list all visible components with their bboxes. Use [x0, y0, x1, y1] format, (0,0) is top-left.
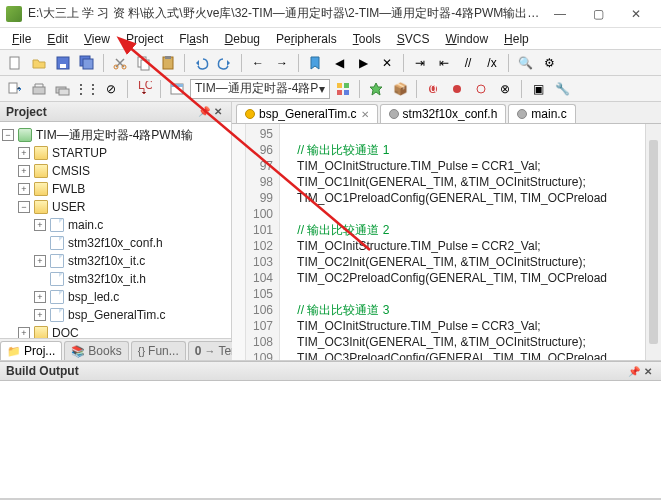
- source-text[interactable]: // 输出比较通道 1 TIM_OCInitStructure.TIM_Puls…: [280, 124, 645, 360]
- tree-file-main[interactable]: +main.c: [2, 216, 229, 234]
- menu-peripherals[interactable]: Peripherals: [268, 30, 345, 48]
- batch-build-button[interactable]: ⋮⋮: [76, 79, 98, 99]
- find-button[interactable]: 🔍: [514, 53, 536, 73]
- tab-books[interactable]: 📚 Books: [64, 341, 128, 360]
- config-button[interactable]: ⚙: [538, 53, 560, 73]
- project-bottom-tabs: 📁 Proj... 📚 Books {} Fun... 0→ Tem...: [0, 338, 231, 360]
- menu-flash[interactable]: Flash: [171, 30, 216, 48]
- project-tree[interactable]: −TIM—通用定时器-4路PWM输 +STARTUP +CMSIS +FWLB …: [0, 122, 231, 338]
- outdent-button[interactable]: ⇤: [433, 53, 455, 73]
- close-icon[interactable]: ✕: [211, 105, 225, 119]
- code-editor[interactable]: 9596979899100101102103104105106107108109…: [232, 124, 661, 360]
- menu-edit[interactable]: Edit: [39, 30, 76, 48]
- tab-functions[interactable]: {} Fun...: [131, 341, 186, 360]
- redo-button[interactable]: [214, 53, 236, 73]
- target-options-button[interactable]: [166, 79, 188, 99]
- main-area: Project 📌 ✕ −TIM—通用定时器-4路PWM输 +STARTUP +…: [0, 102, 661, 360]
- bookmark-prev-button[interactable]: ◀: [328, 53, 350, 73]
- minimize-button[interactable]: —: [541, 2, 579, 26]
- open-button[interactable]: [28, 53, 50, 73]
- svg-point-25: [477, 85, 485, 93]
- editor-tabs: bsp_GeneralTim.c✕ stm32f10x_conf.h main.…: [232, 102, 661, 124]
- nav-back-button[interactable]: ←: [247, 53, 269, 73]
- breakpoint-button[interactable]: [446, 79, 468, 99]
- bookmark-next-button[interactable]: ▶: [352, 53, 374, 73]
- save-button[interactable]: [52, 53, 74, 73]
- uncomment-button[interactable]: /x: [481, 53, 503, 73]
- manage-components-button[interactable]: [332, 79, 354, 99]
- tree-file-bsp-tim[interactable]: +bsp_GeneralTim.c: [2, 306, 229, 324]
- download-button[interactable]: LOAD: [133, 79, 155, 99]
- separator: [127, 80, 128, 98]
- menu-tools[interactable]: Tools: [345, 30, 389, 48]
- menu-file[interactable]: File: [4, 30, 39, 48]
- tab-close-icon[interactable]: ✕: [361, 109, 369, 120]
- pin-icon[interactable]: 📌: [197, 105, 211, 119]
- manage-rte-button[interactable]: [365, 79, 387, 99]
- indent-button[interactable]: ⇥: [409, 53, 431, 73]
- svg-rect-2: [60, 64, 66, 68]
- pack-installer-button[interactable]: 📦: [389, 79, 411, 99]
- stop-build-button[interactable]: ⊘: [100, 79, 122, 99]
- undo-button[interactable]: [190, 53, 212, 73]
- menu-window[interactable]: Window: [437, 30, 496, 48]
- translate-button[interactable]: [4, 79, 26, 99]
- tree-folder-user[interactable]: −USER: [2, 198, 229, 216]
- tree-folder-cmsis[interactable]: +CMSIS: [2, 162, 229, 180]
- save-all-button[interactable]: [76, 53, 98, 73]
- menu-bar: File Edit View Project Flash Debug Perip…: [0, 28, 661, 50]
- cut-button[interactable]: [109, 53, 131, 73]
- breakpoint-kill-button[interactable]: ⊗: [494, 79, 516, 99]
- build-output-body[interactable]: [0, 381, 661, 499]
- comment-button[interactable]: //: [457, 53, 479, 73]
- build-output-panel: Build Output 📌 ✕: [0, 360, 661, 499]
- nav-fwd-button[interactable]: →: [271, 53, 293, 73]
- separator: [521, 80, 522, 98]
- rebuild-button[interactable]: [52, 79, 74, 99]
- menu-svcs[interactable]: SVCS: [389, 30, 438, 48]
- tab-project[interactable]: 📁 Proj...: [0, 341, 62, 360]
- tree-file-conf[interactable]: stm32f10x_conf.h: [2, 234, 229, 252]
- close-icon[interactable]: ✕: [641, 364, 655, 378]
- tree-file-it-c[interactable]: +stm32f10x_it.c: [2, 252, 229, 270]
- fold-gutter[interactable]: [232, 124, 246, 360]
- bookmark-clear-button[interactable]: ✕: [376, 53, 398, 73]
- tree-file-bsp-led[interactable]: +bsp_led.c: [2, 288, 229, 306]
- svg-rect-10: [165, 56, 171, 59]
- separator: [103, 54, 104, 72]
- tool-button[interactable]: 🔧: [551, 79, 573, 99]
- tree-folder-startup[interactable]: +STARTUP: [2, 144, 229, 162]
- new-button[interactable]: [4, 53, 26, 73]
- bookmark-button[interactable]: [304, 53, 326, 73]
- tree-folder-fwlb[interactable]: +FWLB: [2, 180, 229, 198]
- editor-tab-bsp-tim[interactable]: bsp_GeneralTim.c✕: [236, 104, 378, 123]
- svg-rect-21: [344, 90, 349, 95]
- separator: [508, 54, 509, 72]
- line-gutter: 9596979899100101102103104105106107108109…: [246, 124, 280, 360]
- separator: [241, 54, 242, 72]
- menu-debug[interactable]: Debug: [217, 30, 268, 48]
- svg-rect-11: [9, 83, 17, 93]
- menu-project[interactable]: Project: [118, 30, 171, 48]
- editor-tab-main[interactable]: main.c: [508, 104, 575, 123]
- separator: [184, 54, 185, 72]
- menu-view[interactable]: View: [76, 30, 118, 48]
- window-layout-button[interactable]: ▣: [527, 79, 549, 99]
- paste-button[interactable]: [157, 53, 179, 73]
- pin-icon[interactable]: 📌: [627, 364, 641, 378]
- copy-button[interactable]: [133, 53, 155, 73]
- breakpoint-disable-button[interactable]: [470, 79, 492, 99]
- target-select[interactable]: TIM—通用定时器-4路P▾: [190, 79, 330, 99]
- vertical-scrollbar[interactable]: [645, 124, 661, 360]
- tree-file-it-h[interactable]: stm32f10x_it.h: [2, 270, 229, 288]
- build-button[interactable]: [28, 79, 50, 99]
- svg-rect-19: [344, 83, 349, 88]
- tree-root[interactable]: −TIM—通用定时器-4路PWM输: [2, 126, 229, 144]
- tree-folder-doc[interactable]: +DOC: [2, 324, 229, 338]
- svg-rect-18: [337, 83, 342, 88]
- menu-help[interactable]: Help: [496, 30, 537, 48]
- maximize-button[interactable]: ▢: [579, 2, 617, 26]
- editor-tab-conf[interactable]: stm32f10x_conf.h: [380, 104, 507, 123]
- debug-button[interactable]: d: [422, 79, 444, 99]
- close-button[interactable]: ✕: [617, 2, 655, 26]
